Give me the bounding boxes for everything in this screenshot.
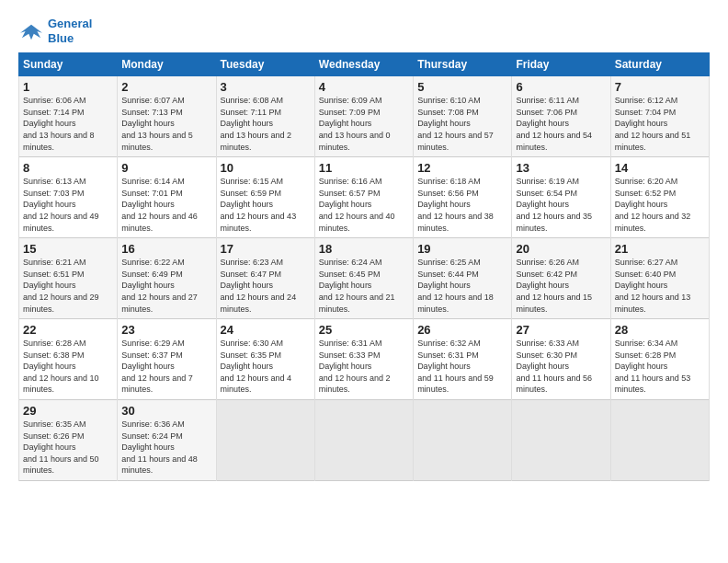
day-info: Sunrise: 6:26 AM Sunset: 6:42 PM Dayligh… (516, 257, 606, 315)
page: General Blue SundayMondayTuesdayWednesda… (0, 0, 728, 563)
calendar-cell: 7 Sunrise: 6:12 AM Sunset: 7:04 PM Dayli… (610, 76, 709, 157)
calendar-cell: 21 Sunrise: 6:27 AM Sunset: 6:40 PM Dayl… (610, 238, 709, 319)
day-info: Sunrise: 6:35 AM Sunset: 6:26 PM Dayligh… (23, 419, 113, 477)
calendar-week-row: 29 Sunrise: 6:35 AM Sunset: 6:26 PM Dayl… (19, 400, 710, 481)
day-info: Sunrise: 6:09 AM Sunset: 7:09 PM Dayligh… (319, 95, 409, 153)
svg-marker-0 (20, 24, 42, 39)
day-info: Sunrise: 6:10 AM Sunset: 7:08 PM Dayligh… (417, 95, 507, 153)
day-number: 24 (221, 323, 311, 337)
day-info: Sunrise: 6:16 AM Sunset: 6:57 PM Dayligh… (319, 176, 409, 234)
day-number: 18 (319, 242, 409, 256)
calendar-cell: 3 Sunrise: 6:08 AM Sunset: 7:11 PM Dayli… (216, 76, 314, 157)
calendar-cell: 10 Sunrise: 6:15 AM Sunset: 6:59 PM Dayl… (216, 157, 314, 238)
day-number: 28 (615, 323, 705, 337)
day-info: Sunrise: 6:34 AM Sunset: 6:28 PM Dayligh… (615, 338, 705, 396)
day-number: 19 (417, 242, 507, 256)
calendar-cell: 2 Sunrise: 6:07 AM Sunset: 7:13 PM Dayli… (118, 76, 216, 157)
calendar-cell: 16 Sunrise: 6:22 AM Sunset: 6:49 PM Dayl… (118, 238, 216, 319)
calendar-cell: 23 Sunrise: 6:29 AM Sunset: 6:37 PM Dayl… (118, 319, 216, 400)
logo-icon (18, 21, 44, 41)
day-info: Sunrise: 6:32 AM Sunset: 6:31 PM Dayligh… (417, 338, 507, 396)
calendar-cell: 13 Sunrise: 6:19 AM Sunset: 6:54 PM Dayl… (512, 157, 610, 238)
calendar-cell: 25 Sunrise: 6:31 AM Sunset: 6:33 PM Dayl… (314, 319, 413, 400)
day-number: 22 (23, 323, 113, 337)
calendar-cell: 18 Sunrise: 6:24 AM Sunset: 6:45 PM Dayl… (314, 238, 413, 319)
calendar-week-row: 22 Sunrise: 6:28 AM Sunset: 6:38 PM Dayl… (19, 319, 710, 400)
calendar-cell: 9 Sunrise: 6:14 AM Sunset: 7:01 PM Dayli… (118, 157, 216, 238)
column-header-tuesday: Tuesday (216, 53, 314, 76)
calendar-cell: 19 Sunrise: 6:25 AM Sunset: 6:44 PM Dayl… (414, 238, 512, 319)
calendar-cell: 15 Sunrise: 6:21 AM Sunset: 6:51 PM Dayl… (19, 238, 118, 319)
calendar-week-row: 15 Sunrise: 6:21 AM Sunset: 6:51 PM Dayl… (19, 238, 710, 319)
day-number: 10 (221, 161, 311, 175)
logo: General Blue (18, 17, 92, 45)
calendar-cell: 5 Sunrise: 6:10 AM Sunset: 7:08 PM Dayli… (414, 76, 512, 157)
column-header-monday: Monday (118, 53, 216, 76)
day-number: 9 (121, 161, 211, 175)
day-number: 1 (23, 80, 113, 94)
day-number: 7 (615, 80, 705, 94)
calendar-cell (414, 400, 512, 481)
day-info: Sunrise: 6:28 AM Sunset: 6:38 PM Dayligh… (23, 338, 113, 396)
calendar-cell: 24 Sunrise: 6:30 AM Sunset: 6:35 PM Dayl… (216, 319, 314, 400)
day-info: Sunrise: 6:19 AM Sunset: 6:54 PM Dayligh… (516, 176, 606, 234)
day-info: Sunrise: 6:29 AM Sunset: 6:37 PM Dayligh… (121, 338, 211, 396)
calendar-cell: 4 Sunrise: 6:09 AM Sunset: 7:09 PM Dayli… (314, 76, 413, 157)
day-info: Sunrise: 6:27 AM Sunset: 6:40 PM Dayligh… (615, 257, 705, 315)
calendar-cell (512, 400, 610, 481)
day-info: Sunrise: 6:23 AM Sunset: 6:47 PM Dayligh… (221, 257, 311, 315)
day-number: 29 (23, 404, 113, 418)
day-number: 15 (23, 242, 113, 256)
day-info: Sunrise: 6:25 AM Sunset: 6:44 PM Dayligh… (417, 257, 507, 315)
day-info: Sunrise: 6:21 AM Sunset: 6:51 PM Dayligh… (23, 257, 113, 315)
day-number: 12 (417, 161, 507, 175)
day-number: 8 (23, 161, 113, 175)
column-header-wednesday: Wednesday (314, 53, 413, 76)
day-info: Sunrise: 6:20 AM Sunset: 6:52 PM Dayligh… (615, 176, 705, 234)
column-header-saturday: Saturday (610, 53, 709, 76)
day-info: Sunrise: 6:14 AM Sunset: 7:01 PM Dayligh… (121, 176, 211, 234)
calendar-week-row: 8 Sunrise: 6:13 AM Sunset: 7:03 PM Dayli… (19, 157, 710, 238)
day-info: Sunrise: 6:30 AM Sunset: 6:35 PM Dayligh… (221, 338, 311, 396)
calendar-cell: 11 Sunrise: 6:16 AM Sunset: 6:57 PM Dayl… (314, 157, 413, 238)
day-number: 4 (319, 80, 409, 94)
logo-text: General Blue (48, 17, 92, 45)
day-info: Sunrise: 6:06 AM Sunset: 7:14 PM Dayligh… (23, 95, 113, 153)
day-info: Sunrise: 6:13 AM Sunset: 7:03 PM Dayligh… (23, 176, 113, 234)
day-number: 20 (516, 242, 606, 256)
calendar-cell (216, 400, 314, 481)
calendar-cell: 17 Sunrise: 6:23 AM Sunset: 6:47 PM Dayl… (216, 238, 314, 319)
column-header-thursday: Thursday (414, 53, 512, 76)
day-number: 5 (417, 80, 507, 94)
calendar-cell: 29 Sunrise: 6:35 AM Sunset: 6:26 PM Dayl… (19, 400, 118, 481)
day-number: 6 (516, 80, 606, 94)
day-number: 30 (121, 404, 211, 418)
calendar-cell: 28 Sunrise: 6:34 AM Sunset: 6:28 PM Dayl… (610, 319, 709, 400)
calendar-cell: 6 Sunrise: 6:11 AM Sunset: 7:06 PM Dayli… (512, 76, 610, 157)
calendar-cell (610, 400, 709, 481)
day-number: 11 (319, 161, 409, 175)
header: General Blue (18, 17, 710, 45)
day-info: Sunrise: 6:12 AM Sunset: 7:04 PM Dayligh… (615, 95, 705, 153)
day-number: 17 (221, 242, 311, 256)
day-number: 21 (615, 242, 705, 256)
calendar-cell: 22 Sunrise: 6:28 AM Sunset: 6:38 PM Dayl… (19, 319, 118, 400)
day-number: 25 (319, 323, 409, 337)
calendar-week-row: 1 Sunrise: 6:06 AM Sunset: 7:14 PM Dayli… (19, 76, 710, 157)
calendar-cell: 12 Sunrise: 6:18 AM Sunset: 6:56 PM Dayl… (414, 157, 512, 238)
calendar-cell: 14 Sunrise: 6:20 AM Sunset: 6:52 PM Dayl… (610, 157, 709, 238)
day-info: Sunrise: 6:08 AM Sunset: 7:11 PM Dayligh… (221, 95, 311, 153)
day-number: 27 (516, 323, 606, 337)
day-info: Sunrise: 6:22 AM Sunset: 6:49 PM Dayligh… (121, 257, 211, 315)
day-number: 13 (516, 161, 606, 175)
day-number: 3 (221, 80, 311, 94)
day-info: Sunrise: 6:18 AM Sunset: 6:56 PM Dayligh… (417, 176, 507, 234)
day-info: Sunrise: 6:31 AM Sunset: 6:33 PM Dayligh… (319, 338, 409, 396)
column-header-friday: Friday (512, 53, 610, 76)
day-number: 26 (417, 323, 507, 337)
day-number: 14 (615, 161, 705, 175)
day-info: Sunrise: 6:07 AM Sunset: 7:13 PM Dayligh… (121, 95, 211, 153)
calendar-cell: 30 Sunrise: 6:36 AM Sunset: 6:24 PM Dayl… (118, 400, 216, 481)
day-info: Sunrise: 6:15 AM Sunset: 6:59 PM Dayligh… (221, 176, 311, 234)
day-info: Sunrise: 6:33 AM Sunset: 6:30 PM Dayligh… (516, 338, 606, 396)
